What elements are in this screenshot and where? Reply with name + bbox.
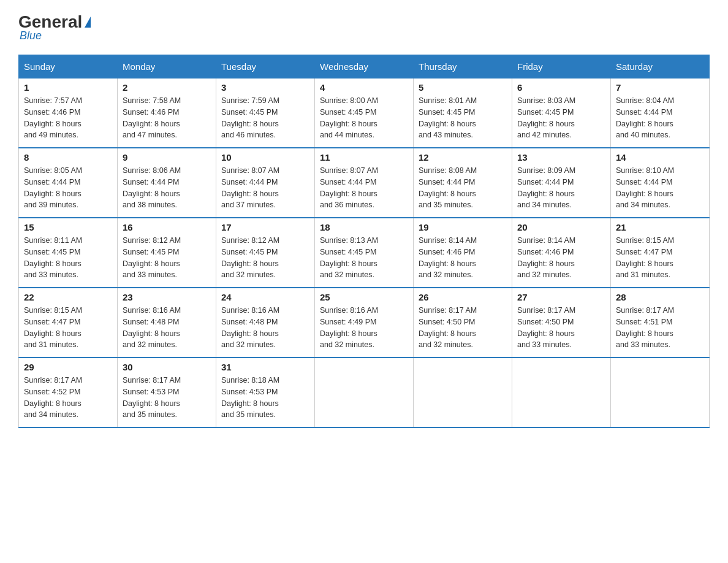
day-info: Sunrise: 8:10 AMSunset: 4:44 PMDaylight:…: [616, 165, 704, 211]
calendar-cell: [611, 358, 710, 427]
calendar-cell: 2Sunrise: 7:58 AMSunset: 4:46 PMDaylight…: [118, 79, 216, 148]
day-number: 12: [419, 152, 507, 163]
calendar-cell: [315, 358, 414, 427]
day-info: Sunrise: 8:00 AMSunset: 4:45 PMDaylight:…: [320, 95, 408, 141]
day-info: Sunrise: 8:14 AMSunset: 4:46 PMDaylight:…: [419, 235, 507, 281]
day-number: 31: [221, 362, 309, 372]
calendar-cell: 25Sunrise: 8:16 AMSunset: 4:49 PMDayligh…: [315, 288, 414, 358]
calendar-cell: 3Sunrise: 7:59 AMSunset: 4:45 PMDaylight…: [216, 79, 315, 148]
day-number: 6: [517, 82, 605, 93]
day-info: Sunrise: 8:15 AMSunset: 4:47 PMDaylight:…: [616, 235, 704, 281]
day-number: 18: [320, 222, 408, 232]
day-number: 10: [221, 152, 309, 163]
page-header: General Blue: [18, 12, 710, 42]
day-number: 3: [221, 82, 309, 93]
logo: General Blue: [18, 12, 91, 42]
day-number: 5: [419, 82, 507, 93]
col-tuesday: Tuesday: [216, 55, 315, 79]
day-info: Sunrise: 8:17 AMSunset: 4:51 PMDaylight:…: [616, 305, 704, 351]
day-info: Sunrise: 8:08 AMSunset: 4:44 PMDaylight:…: [419, 165, 507, 211]
day-info: Sunrise: 8:12 AMSunset: 4:45 PMDaylight:…: [221, 235, 309, 281]
calendar-cell: 1Sunrise: 7:57 AMSunset: 4:46 PMDaylight…: [19, 79, 118, 148]
day-info: Sunrise: 8:06 AMSunset: 4:44 PMDaylight:…: [123, 165, 211, 211]
day-number: 28: [616, 292, 704, 302]
day-info: Sunrise: 8:16 AMSunset: 4:49 PMDaylight:…: [320, 305, 408, 351]
calendar-cell: 7Sunrise: 8:04 AMSunset: 4:44 PMDaylight…: [611, 79, 710, 148]
day-number: 4: [320, 82, 408, 93]
calendar-cell: 19Sunrise: 8:14 AMSunset: 4:46 PMDayligh…: [414, 218, 512, 288]
day-number: 27: [517, 292, 605, 302]
calendar-cell: 27Sunrise: 8:17 AMSunset: 4:50 PMDayligh…: [512, 288, 611, 358]
day-info: Sunrise: 8:17 AMSunset: 4:53 PMDaylight:…: [123, 375, 211, 421]
day-number: 29: [24, 362, 112, 372]
calendar-cell: 20Sunrise: 8:14 AMSunset: 4:46 PMDayligh…: [512, 218, 611, 288]
calendar-table: Sunday Monday Tuesday Wednesday Thursday…: [18, 55, 710, 428]
day-number: 17: [221, 222, 309, 232]
day-info: Sunrise: 8:07 AMSunset: 4:44 PMDaylight:…: [221, 165, 309, 211]
day-number: 25: [320, 292, 408, 302]
calendar-cell: 31Sunrise: 8:18 AMSunset: 4:53 PMDayligh…: [216, 358, 315, 427]
day-info: Sunrise: 8:05 AMSunset: 4:44 PMDaylight:…: [24, 165, 112, 211]
col-monday: Monday: [118, 55, 216, 79]
day-number: 8: [24, 152, 112, 163]
calendar-cell: 8Sunrise: 8:05 AMSunset: 4:44 PMDaylight…: [19, 148, 118, 218]
calendar-cell: 15Sunrise: 8:11 AMSunset: 4:45 PMDayligh…: [19, 218, 118, 288]
logo-blue-text: Blue: [18, 29, 42, 42]
day-info: Sunrise: 8:17 AMSunset: 4:50 PMDaylight:…: [517, 305, 605, 351]
calendar-cell: 13Sunrise: 8:09 AMSunset: 4:44 PMDayligh…: [512, 148, 611, 218]
day-number: 26: [419, 292, 507, 302]
day-info: Sunrise: 8:09 AMSunset: 4:44 PMDaylight:…: [517, 165, 605, 211]
day-info: Sunrise: 8:18 AMSunset: 4:53 PMDaylight:…: [221, 375, 309, 421]
calendar-cell: 24Sunrise: 8:16 AMSunset: 4:48 PMDayligh…: [216, 288, 315, 358]
col-saturday: Saturday: [611, 55, 710, 79]
calendar-cell: 17Sunrise: 8:12 AMSunset: 4:45 PMDayligh…: [216, 218, 315, 288]
day-info: Sunrise: 8:16 AMSunset: 4:48 PMDaylight:…: [221, 305, 309, 351]
week-row: 22Sunrise: 8:15 AMSunset: 4:47 PMDayligh…: [19, 288, 710, 358]
day-number: 24: [221, 292, 309, 302]
day-info: Sunrise: 8:15 AMSunset: 4:47 PMDaylight:…: [24, 305, 112, 351]
day-number: 7: [616, 82, 704, 93]
logo-triangle-icon: [85, 17, 91, 28]
day-number: 1: [24, 82, 112, 93]
day-number: 20: [517, 222, 605, 232]
calendar-cell: 10Sunrise: 8:07 AMSunset: 4:44 PMDayligh…: [216, 148, 315, 218]
calendar-cell: 11Sunrise: 8:07 AMSunset: 4:44 PMDayligh…: [315, 148, 414, 218]
week-row: 8Sunrise: 8:05 AMSunset: 4:44 PMDaylight…: [19, 148, 710, 218]
calendar-cell: 16Sunrise: 8:12 AMSunset: 4:45 PMDayligh…: [118, 218, 216, 288]
calendar-cell: 30Sunrise: 8:17 AMSunset: 4:53 PMDayligh…: [118, 358, 216, 427]
day-number: 14: [616, 152, 704, 163]
day-number: 22: [24, 292, 112, 302]
calendar-cell: 12Sunrise: 8:08 AMSunset: 4:44 PMDayligh…: [414, 148, 512, 218]
day-info: Sunrise: 7:58 AMSunset: 4:46 PMDaylight:…: [123, 95, 211, 141]
day-info: Sunrise: 7:57 AMSunset: 4:46 PMDaylight:…: [24, 95, 112, 141]
day-number: 19: [419, 222, 507, 232]
week-row: 29Sunrise: 8:17 AMSunset: 4:52 PMDayligh…: [19, 358, 710, 427]
day-number: 11: [320, 152, 408, 163]
calendar-cell: 29Sunrise: 8:17 AMSunset: 4:52 PMDayligh…: [19, 358, 118, 427]
day-info: Sunrise: 8:17 AMSunset: 4:52 PMDaylight:…: [24, 375, 112, 421]
calendar-cell: 9Sunrise: 8:06 AMSunset: 4:44 PMDaylight…: [118, 148, 216, 218]
calendar-cell: 28Sunrise: 8:17 AMSunset: 4:51 PMDayligh…: [611, 288, 710, 358]
header-row: Sunday Monday Tuesday Wednesday Thursday…: [19, 55, 710, 79]
calendar-cell: 22Sunrise: 8:15 AMSunset: 4:47 PMDayligh…: [19, 288, 118, 358]
calendar-cell: 18Sunrise: 8:13 AMSunset: 4:45 PMDayligh…: [315, 218, 414, 288]
calendar-cell: [414, 358, 512, 427]
calendar-cell: [512, 358, 611, 427]
day-number: 9: [123, 152, 211, 163]
col-thursday: Thursday: [414, 55, 512, 79]
day-info: Sunrise: 8:16 AMSunset: 4:48 PMDaylight:…: [123, 305, 211, 351]
calendar-cell: 4Sunrise: 8:00 AMSunset: 4:45 PMDaylight…: [315, 79, 414, 148]
day-number: 30: [123, 362, 211, 372]
week-row: 1Sunrise: 7:57 AMSunset: 4:46 PMDaylight…: [19, 79, 710, 148]
col-sunday: Sunday: [19, 55, 118, 79]
day-number: 23: [123, 292, 211, 302]
calendar-cell: 6Sunrise: 8:03 AMSunset: 4:45 PMDaylight…: [512, 79, 611, 148]
day-number: 2: [123, 82, 211, 93]
calendar-cell: 21Sunrise: 8:15 AMSunset: 4:47 PMDayligh…: [611, 218, 710, 288]
day-info: Sunrise: 8:12 AMSunset: 4:45 PMDaylight:…: [123, 235, 211, 281]
col-friday: Friday: [512, 55, 611, 79]
calendar-cell: 23Sunrise: 8:16 AMSunset: 4:48 PMDayligh…: [118, 288, 216, 358]
day-info: Sunrise: 8:07 AMSunset: 4:44 PMDaylight:…: [320, 165, 408, 211]
day-number: 16: [123, 222, 211, 232]
day-info: Sunrise: 8:17 AMSunset: 4:50 PMDaylight:…: [419, 305, 507, 351]
